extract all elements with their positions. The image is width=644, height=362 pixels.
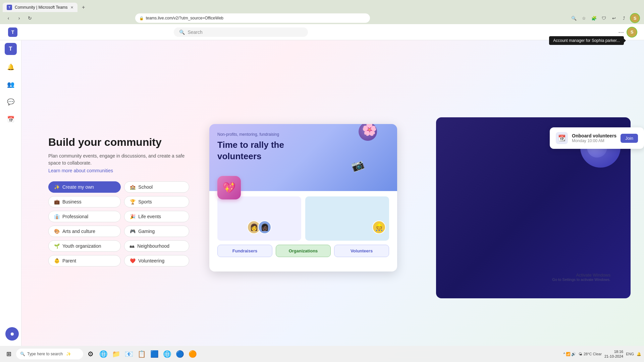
grid-right: 👷 [305, 196, 389, 241]
camera-decoration: 📷 [350, 158, 365, 173]
category-business[interactable]: 💼 Business [48, 196, 121, 207]
event-name: Onboard volunteers [572, 133, 616, 138]
search-bar[interactable]: 🔍 Search [174, 27, 308, 37]
taskbar-app-widgets[interactable]: ⚙ [85, 348, 97, 360]
fundraisers-card: Fundraisers [217, 245, 272, 257]
weather-icon: 🌤 [579, 352, 582, 356]
community-card: Non-profits, mentoring, fundraising Time… [209, 124, 397, 272]
create-icon: ✨ [54, 184, 60, 190]
category-youth-organization[interactable]: 🌱 Youth organization [48, 240, 121, 252]
card-body: 👩 👩🏿 👷 [209, 191, 397, 245]
sidebar-item-teams[interactable]: 👥 [3, 76, 19, 93]
event-time: Monday 10:00 AM [572, 138, 616, 143]
category-neighbourhood[interactable]: 🏘 Neighbourhood [124, 240, 189, 252]
arts-icon: 🎨 [54, 229, 60, 234]
teams-icon: 👥 [7, 81, 14, 88]
sidebar-item-chat[interactable]: 💬 [3, 94, 19, 110]
calendar-icon: 📅 [7, 116, 14, 123]
arts-label: Arts and culture [62, 229, 95, 234]
teams-logo-header: T [8, 27, 17, 37]
category-arts-and-culture[interactable]: 🎨 Arts and culture [48, 226, 121, 237]
category-parent[interactable]: 👶 Parent [48, 255, 121, 266]
youth-label: Youth organization [62, 243, 101, 249]
browser-chrome: T Community | Microsoft Teams ✕ + ‹ › ↻ … [0, 0, 644, 24]
taskbar-app-edge[interactable]: 🌐 [97, 348, 109, 360]
gaming-label: Gaming [138, 229, 155, 234]
avatar-group-right: 👷 [372, 221, 386, 234]
school-label: School [138, 184, 153, 190]
network-icon: 📶 [566, 352, 571, 356]
weather-info: 🌤 28°C Clear [579, 352, 602, 356]
shield-button[interactable]: 🛡 [600, 14, 608, 22]
neighbourhood-icon: 🏘 [130, 243, 135, 249]
taskbar-app-teams[interactable]: 🟦 [148, 348, 160, 360]
taskbar-app-lists[interactable]: 📋 [136, 348, 148, 360]
refresh-button[interactable]: ↻ [25, 14, 34, 22]
event-card: 📆 Onboard volunteers Monday 10:00 AM Joi… [550, 127, 644, 149]
share-button[interactable]: ⤴ [620, 14, 629, 22]
life-events-label: Life events [138, 214, 161, 219]
clock-date: 21-10-2024 [604, 354, 623, 359]
taskbar-app-browser2[interactable]: 🔵 [174, 348, 186, 360]
taskbar-app-browser3[interactable]: 🟠 [186, 348, 199, 360]
page-title: Build your community [48, 136, 189, 148]
volunteering-label: Volunteering [138, 258, 164, 263]
category-life-events[interactable]: 🎉 Life events [124, 211, 189, 222]
taskbar-app-explorer[interactable]: 📁 [110, 348, 122, 360]
business-icon: 💼 [54, 199, 60, 204]
taskbar-clock[interactable]: 18:16 21-10-2024 [604, 349, 623, 359]
extensions-button[interactable]: 🧩 [590, 14, 598, 22]
bookmark-button[interactable]: ☆ [580, 14, 588, 22]
tab-favicon: T [7, 5, 12, 10]
avatar-2: 👩🏿 [258, 221, 271, 234]
header-actions: ··· S [618, 27, 637, 38]
new-tab-button[interactable]: + [79, 3, 88, 12]
event-icon-box: 📆 [556, 132, 568, 144]
lock-icon: 🔒 [139, 16, 144, 20]
browser-tab[interactable]: T Community | Microsoft Teams ✕ [3, 3, 77, 12]
fundraisers-label: Fundraisers [232, 248, 257, 253]
join-button[interactable]: Join [621, 134, 638, 143]
user-avatar[interactable]: S [627, 27, 637, 38]
sidebar: T 🔔 👥 💬 📅 [0, 40, 21, 362]
sidebar-item-activity[interactable]: 🔔 [3, 59, 19, 75]
parent-label: Parent [62, 258, 76, 263]
forward-button[interactable]: › [15, 14, 23, 22]
system-tray: ^ 📶 🔊 [564, 352, 576, 356]
gaming-icon: 🎮 [130, 229, 136, 234]
record-icon[interactable]: ⏺ [5, 327, 19, 341]
heart-icon: 💖 [222, 181, 236, 194]
zoom-button[interactable]: 🔍 [570, 14, 578, 22]
taskbar-app-browser1[interactable]: 🌐 [161, 348, 173, 360]
tab-bar: T Community | Microsoft Teams ✕ + [0, 0, 644, 12]
category-professional[interactable]: 👔 Professional [48, 211, 121, 222]
youth-icon: 🌱 [54, 243, 60, 249]
activate-windows-watermark: Activate Windows Go to Settings to activ… [552, 273, 610, 282]
activate-windows-desc: Go to Settings to activate Windows. [552, 278, 610, 282]
start-button[interactable]: ⊞ [3, 348, 15, 360]
left-panel: Build your community Plan community even… [48, 136, 189, 266]
category-school[interactable]: 🏫 School [124, 181, 189, 193]
copilot-icon: ✨ [66, 352, 71, 356]
profile-button[interactable]: S [630, 13, 640, 23]
lang-indicator: ENG [626, 352, 634, 356]
calendar-event-icon: 📆 [558, 134, 566, 142]
taskbar-app-mail[interactable]: 📧 [123, 348, 135, 360]
learn-more-link[interactable]: Learn more about communities [48, 168, 189, 173]
back-button[interactable]: ‹ [4, 14, 13, 22]
address-bar[interactable]: 🔒 teams.live.com/v2/?utm_source=OfficeWe… [135, 13, 370, 23]
taskbar: ⊞ 🔍 Type here to search ✨ ⚙ 🌐 📁 📧 📋 🟦 🌐 … [0, 346, 644, 362]
category-gaming[interactable]: 🎮 Gaming [124, 226, 189, 237]
category-volunteering[interactable]: ❤️ Volunteering [124, 255, 189, 266]
sidebar-item-calendar[interactable]: 📅 [3, 111, 19, 127]
tab-close-button[interactable]: ✕ [70, 5, 73, 10]
more-options-button[interactable]: ··· [618, 28, 624, 36]
right-panel: Non-profits, mentoring, fundraising Time… [209, 114, 617, 288]
taskbar-search[interactable]: 🔍 Type here to search ✨ [16, 349, 83, 359]
notification-area[interactable]: 🔔 [637, 352, 641, 356]
category-sports[interactable]: 🏆 Sports [124, 196, 189, 207]
nav-actions: 🔍 ☆ 🧩 🛡 ↩ ⤴ S [570, 13, 640, 23]
main-content: Build your community Plan community even… [21, 40, 644, 362]
back-forward-button[interactable]: ↩ [610, 14, 619, 22]
category-create-my-own[interactable]: ✨ Create my own [48, 181, 121, 193]
